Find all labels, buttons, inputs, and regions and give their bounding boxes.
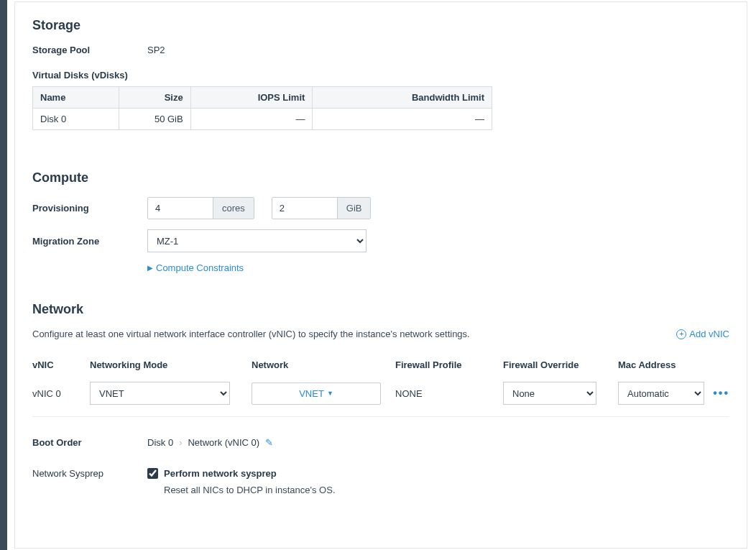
network-top-row: Configure at least one virtual network i… — [32, 329, 729, 339]
disk-name: Disk 0 — [33, 109, 119, 130]
cores-input-group: cores — [147, 197, 254, 219]
migration-zone-select[interactable]: MZ-1 — [147, 229, 367, 252]
network-heading: Network — [32, 302, 729, 317]
table-row: Disk 0 50 GiB — — — [33, 109, 492, 130]
firewall-profile-value: NONE — [395, 388, 496, 399]
pencil-icon: ✎ — [265, 437, 273, 448]
vnic-row: vNIC 0 VNET VNET ▼ NONE — [32, 379, 729, 417]
boot-order-label: Boot Order — [32, 437, 147, 448]
vdisks-label: Virtual Disks (vDisks) — [32, 70, 729, 81]
storage-pool-value: SP2 — [147, 45, 165, 55]
col-size: Size — [119, 87, 190, 109]
provisioning-label: Provisioning — [32, 203, 147, 214]
sysprep-description: Reset all NICs to DHCP in instance's OS. — [164, 485, 336, 495]
vdisks-table: Name Size IOPS Limit Bandwidth Limit Dis… — [32, 86, 492, 130]
col-mode: Networking Mode — [90, 359, 244, 370]
memory-unit: GiB — [337, 198, 371, 219]
migration-zone-row: Migration Zone MZ-1 — [32, 229, 729, 252]
vnic-name: vNIC 0 — [32, 388, 83, 399]
sysprep-checkbox[interactable] — [147, 468, 158, 479]
storage-heading: Storage — [32, 18, 729, 33]
boot-chain: Disk 0 › Network (vNIC 0) ✎ — [147, 437, 273, 448]
network-picker-button[interactable]: VNET ▼ — [252, 382, 381, 405]
compute-constraints-label: Compute Constraints — [156, 262, 244, 273]
network-picker-label: VNET — [299, 388, 324, 399]
caret-down-icon: ▼ — [327, 390, 333, 397]
side-stripe — [0, 0, 7, 550]
provisioning-row: Provisioning cores GiB — [32, 197, 729, 219]
col-firewall-override: Firewall Override — [503, 359, 611, 370]
cores-unit: cores — [213, 198, 254, 219]
col-name: Name — [33, 87, 119, 109]
caret-right-icon: ▶ — [147, 264, 153, 272]
vdisks-header-row: Name Size IOPS Limit Bandwidth Limit — [33, 87, 492, 109]
col-vnic: vNIC — [32, 359, 83, 370]
constraints-row: ▶ Compute Constraints — [32, 262, 729, 273]
sysprep-label: Network Sysprep — [32, 468, 147, 495]
config-panel: Storage Storage Pool SP2 Virtual Disks (… — [14, 1, 747, 549]
plus-circle-icon: + — [676, 329, 686, 339]
sysprep-checkbox-label: Perform network sysprep — [164, 468, 277, 479]
disk-iops: — — [190, 109, 313, 130]
disk-bw: — — [313, 109, 492, 130]
memory-input[interactable] — [272, 198, 337, 219]
compute-constraints-toggle[interactable]: ▶ Compute Constraints — [147, 262, 244, 273]
col-firewall-profile: Firewall Profile — [395, 359, 496, 370]
cores-input[interactable] — [148, 198, 213, 219]
col-network: Network — [252, 359, 388, 370]
chevron-right-icon: › — [179, 437, 182, 448]
migration-zone-label: Migration Zone — [32, 236, 147, 247]
col-bw: Bandwidth Limit — [313, 87, 492, 109]
disk-size: 50 GiB — [119, 109, 190, 130]
networking-mode-select[interactable]: VNET — [90, 382, 230, 405]
firewall-override-select[interactable]: None — [503, 382, 596, 405]
add-vnic-label: Add vNIC — [689, 329, 729, 339]
boot-step-2: Network (vNIC 0) — [188, 437, 259, 448]
col-mac: Mac Address — [618, 359, 704, 370]
edit-boot-order-button[interactable]: ✎ — [265, 437, 273, 448]
vnic-header-row: vNIC Networking Mode Network Firewall Pr… — [32, 359, 729, 379]
compute-heading: Compute — [32, 170, 729, 185]
add-vnic-button[interactable]: + Add vNIC — [676, 329, 729, 339]
storage-pool-row: Storage Pool SP2 — [32, 45, 729, 55]
vnic-actions-button[interactable]: ••• — [713, 387, 729, 399]
network-description: Configure at least one virtual network i… — [32, 329, 470, 339]
mac-address-select[interactable]: Automatic — [618, 382, 704, 405]
boot-step-1: Disk 0 — [147, 437, 173, 448]
col-iops: IOPS Limit — [190, 87, 313, 109]
storage-pool-label: Storage Pool — [32, 45, 147, 55]
boot-order-row: Boot Order Disk 0 › Network (vNIC 0) ✎ — [32, 437, 729, 448]
sysprep-row: Network Sysprep Perform network sysprep … — [32, 468, 729, 495]
vnic-table: vNIC Networking Mode Network Firewall Pr… — [32, 359, 729, 417]
memory-input-group: GiB — [272, 197, 372, 219]
